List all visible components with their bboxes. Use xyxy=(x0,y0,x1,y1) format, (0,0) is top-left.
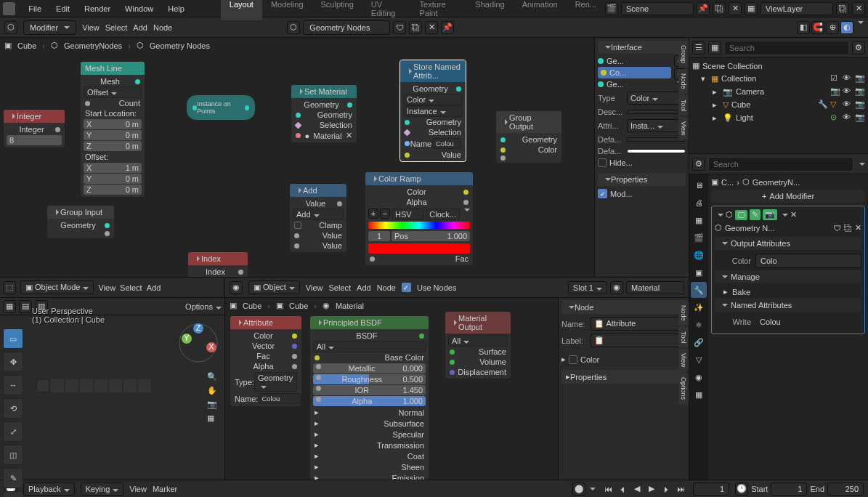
play-reverse-icon[interactable]: ◀ xyxy=(630,482,644,496)
roughness-field[interactable]: Roughness0.500 xyxy=(313,374,426,384)
ptab-render[interactable]: 🖥 xyxy=(691,177,707,193)
tab-shading[interactable]: Shading xyxy=(466,0,513,20)
pin-tree-icon[interactable]: 📌 xyxy=(441,21,454,34)
node-mesh-line[interactable]: Mesh Line Mesh Offset Count Start Locati… xyxy=(80,61,145,198)
pin-icon[interactable]: 📌 xyxy=(697,2,710,15)
nav-gizmo[interactable]: Z X Y xyxy=(177,321,220,365)
scene-icon[interactable]: 🎬 xyxy=(605,2,618,15)
ptab-particles[interactable]: ✨ xyxy=(691,299,707,315)
geo-menu-add[interactable]: Add xyxy=(133,23,147,32)
material-name-field[interactable]: Material xyxy=(626,281,684,294)
geo-menu-node[interactable]: Node xyxy=(153,23,172,32)
node-group-input[interactable]: Group Input Geometry xyxy=(46,205,115,239)
jump-start-icon[interactable]: ⏮ xyxy=(601,482,615,496)
ramp-color-swatch[interactable] xyxy=(368,243,470,254)
tool-transform[interactable]: ◫ xyxy=(3,445,23,465)
ramp-menu-icon[interactable] xyxy=(464,209,470,211)
named-attributes-header[interactable]: Named Attributes xyxy=(715,299,861,312)
ptab-data[interactable]: ▽ xyxy=(691,352,707,368)
viewport-editor-icon[interactable]: ⬚ xyxy=(3,281,16,294)
attr-type-dropdown[interactable]: Geometry xyxy=(254,372,297,392)
ramp-interp[interactable]: HSV xyxy=(392,209,424,220)
autokey-icon[interactable]: ⬤ xyxy=(572,482,585,496)
ramp-index[interactable]: 1 xyxy=(368,231,390,241)
tool-rotate[interactable]: ⟲ xyxy=(3,398,23,419)
color-ramp-gradient[interactable] xyxy=(368,222,470,229)
use-nodes-checkbox[interactable] xyxy=(402,283,411,292)
tl-menu-marker[interactable]: Marker xyxy=(153,485,177,493)
outliner[interactable]: ▦Scene Collection ▾▦Collection ☑👁📷 ▸📷Cam… xyxy=(689,58,868,154)
interface-item-color[interactable]: Co... xyxy=(598,67,671,78)
store-dtype[interactable]: Color xyxy=(403,94,463,105)
props-editor-icon[interactable]: ⚙ xyxy=(692,158,705,171)
node-index[interactable]: Index Index xyxy=(187,251,248,278)
select-mode-icon[interactable]: ▦ xyxy=(3,300,16,313)
mod-fake-user-icon[interactable]: 🛡 xyxy=(833,224,841,233)
sh-menu-node[interactable]: Node xyxy=(377,283,396,292)
is-modifier-checkbox[interactable] xyxy=(598,189,607,198)
menu-render[interactable]: Render xyxy=(77,4,118,13)
props-options-icon[interactable] xyxy=(859,163,865,166)
ptab-object[interactable]: ▣ xyxy=(691,264,707,280)
sh-menu-add[interactable]: Add xyxy=(357,283,371,292)
math-op-dropdown[interactable]: Add xyxy=(293,209,344,220)
store-domain[interactable]: Instance xyxy=(403,105,463,117)
tool-move[interactable]: ↔ xyxy=(3,375,23,395)
end-frame-field[interactable]: 250 xyxy=(827,482,864,496)
tool-measure[interactable]: 📏 xyxy=(3,491,23,497)
nodetree-icon[interactable]: ⬡ xyxy=(287,21,300,34)
node-material-output[interactable]: Material Output All Surface Volume Displ… xyxy=(445,311,511,379)
tl-menu-view[interactable]: View xyxy=(129,485,147,493)
vp-menu-view[interactable]: View xyxy=(98,283,115,292)
mod-copy-icon[interactable]: ⿻ xyxy=(844,224,852,233)
interface-item-geo2[interactable]: Ge... xyxy=(598,78,671,90)
ramp-pos[interactable]: Pos1.000 xyxy=(392,231,470,241)
ptab-world[interactable]: 🌐 xyxy=(691,247,707,263)
tool-cursor[interactable]: ✥ xyxy=(3,352,23,372)
material-slot-dropdown[interactable]: Slot 1 xyxy=(568,281,607,294)
sh-menu-view[interactable]: View xyxy=(306,283,323,292)
ramp-add-icon[interactable]: + xyxy=(368,209,378,219)
playback-dropdown[interactable]: Playback xyxy=(23,482,75,496)
tab-uvediting[interactable]: UV Editing xyxy=(362,0,411,20)
play-icon[interactable]: ▶ xyxy=(645,482,658,496)
node-name-field[interactable]: 📋 Attribute xyxy=(591,317,686,331)
tree-item-light[interactable]: ▸💡Light ⊙👁📷 xyxy=(692,111,865,124)
delete-viewlayer-icon[interactable]: ✕ xyxy=(852,2,865,15)
meshline-mode[interactable]: Offset xyxy=(84,86,142,98)
vtab-group[interactable]: Group xyxy=(678,41,689,68)
current-frame-field[interactable]: 1 xyxy=(693,482,729,496)
editor-type-icon[interactable]: ⬡ xyxy=(4,21,17,34)
sh-vtab-tool[interactable]: Tool xyxy=(678,327,689,348)
overlay-chev-icon[interactable] xyxy=(858,21,864,24)
sh-vtab-node[interactable]: Node xyxy=(678,301,689,326)
node-set-material[interactable]: Set Material Geometry Geometry Selection… xyxy=(291,84,357,143)
viewlayer-icon[interactable]: ▦ xyxy=(745,2,758,15)
ramp-remove-icon[interactable]: − xyxy=(380,209,390,219)
overlay-icon[interactable]: ◧ xyxy=(797,21,810,34)
bsdf-preset[interactable]: All xyxy=(313,341,426,352)
options-dropdown[interactable]: Options xyxy=(185,302,222,311)
3d-viewport[interactable]: ⬚ ▣ Object Mode View Select Add ▦ ▤ ▥ Op… xyxy=(0,278,225,480)
eye-icon[interactable]: 👁 xyxy=(843,86,853,97)
preview-range-icon[interactable]: 🕐 xyxy=(735,482,748,496)
menu-help[interactable]: Help xyxy=(161,4,192,13)
eye-icon[interactable]: 👁 xyxy=(843,100,853,110)
tree-scene-collection[interactable]: ▦Scene Collection xyxy=(692,60,865,72)
copy-viewlayer-icon[interactable]: ⿻ xyxy=(836,2,849,15)
sh-node-header[interactable]: Node xyxy=(561,301,686,314)
metallic-field[interactable]: Metallic0.000 xyxy=(313,363,426,373)
copy-scene-icon[interactable]: ⿻ xyxy=(713,2,726,15)
auto-offset-icon[interactable]: ◐ xyxy=(840,21,853,34)
camera-view-icon[interactable]: 📷 xyxy=(207,400,217,409)
sock-default-color[interactable] xyxy=(627,149,686,153)
pivot-icon[interactable]: ⊕ xyxy=(826,21,839,34)
start-frame-field[interactable]: 1 xyxy=(771,482,807,496)
vtab-view[interactable]: View xyxy=(678,117,689,140)
integer-value-field[interactable]: 8 xyxy=(7,135,62,145)
outliner-editor-icon[interactable]: ☰ xyxy=(692,41,705,54)
node-attribute[interactable]: Attribute Color Vector Fac Alpha Type:Ge… xyxy=(230,315,302,407)
object-mode-dropdown[interactable]: ▣ Object Mode xyxy=(20,280,94,294)
tab-modeling[interactable]: Modeling xyxy=(262,0,312,20)
shader-editor-icon[interactable]: ◉ xyxy=(230,281,243,294)
